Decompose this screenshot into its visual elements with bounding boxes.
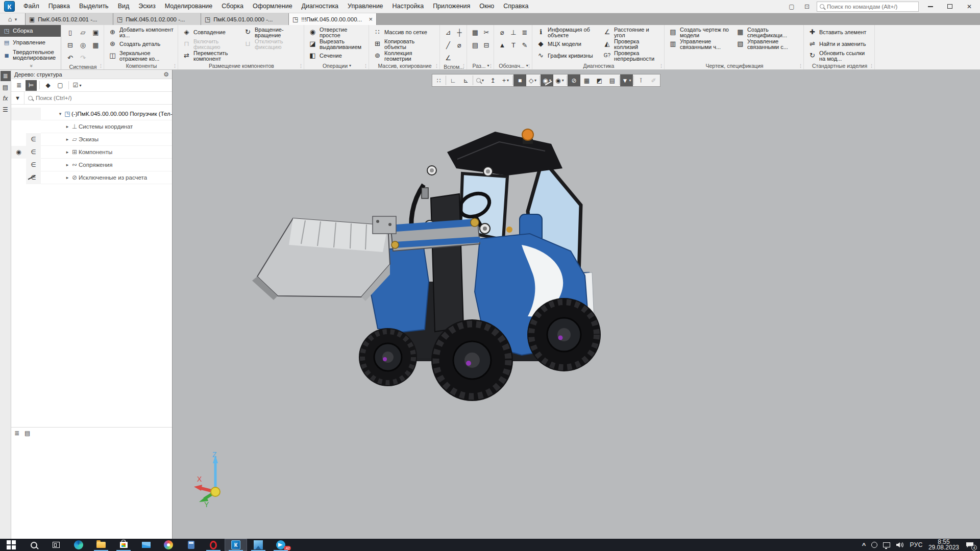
axes-display-button[interactable]: +▾ xyxy=(499,74,512,86)
tab-document-2[interactable]: ◳ ПмК.045.01.02.000 -... xyxy=(113,13,201,25)
tree-row-sketches[interactable]: ∈ ▸ ▱ Эскизы xyxy=(11,133,172,146)
create-drawing-button[interactable]: ▤ Создать чертеж по модели xyxy=(668,27,734,38)
redo-icon[interactable]: ↷ xyxy=(77,52,89,64)
variables-panel-toggle[interactable]: fx xyxy=(1,93,11,104)
aux-axis-icon[interactable]: ┼ xyxy=(454,27,464,38)
network-icon[interactable] xyxy=(883,542,890,547)
home-tab-button[interactable]: ⌂ ▾ xyxy=(0,13,26,25)
measure-button[interactable]: ⊺ xyxy=(634,74,647,86)
sketch-plane-icon[interactable]: ∟ xyxy=(447,74,459,86)
save-as-icon[interactable]: ▦ xyxy=(90,39,102,51)
telegram-icon[interactable]: .42 xyxy=(270,539,292,551)
tab-close-icon[interactable]: × xyxy=(369,15,373,23)
group-handle[interactable]: ⋮ xyxy=(798,63,803,68)
aux-plane2-icon[interactable]: ╱ xyxy=(443,39,453,51)
open-icon[interactable]: ▱ xyxy=(77,27,89,38)
menu-edit[interactable]: Правка xyxy=(44,0,75,13)
group-handle[interactable]: ⋮ xyxy=(869,63,874,68)
show-objects-button[interactable]: ◉▾ xyxy=(553,74,566,86)
menu-window[interactable]: Окно xyxy=(475,0,499,13)
file-explorer-icon[interactable] xyxy=(90,539,112,551)
group-handle[interactable]: ⋮ xyxy=(488,63,493,68)
manage-linked-specs-button[interactable]: ▧ Управление связанными с... xyxy=(735,38,801,50)
distance-angle-button[interactable]: ∠ Расстояние и угол xyxy=(602,27,662,38)
group-handle[interactable]: ⋮ xyxy=(659,63,664,68)
in-set-icon[interactable]: ∈ xyxy=(26,133,41,146)
toolbar-grip[interactable]: ∷ xyxy=(432,74,445,86)
expand-arrow-icon[interactable]: ▸ xyxy=(64,175,70,180)
rotation-rotation-button[interactable]: ↻ Вращение-вращение xyxy=(242,27,302,38)
tree-row-components[interactable]: ◉ ∈ ▸ ⊞ Компоненты xyxy=(11,146,172,159)
clip-planes-button[interactable]: ⊘ xyxy=(568,74,580,86)
volume-icon[interactable] xyxy=(896,542,904,548)
sync-icon[interactable] xyxy=(871,542,877,548)
create-specification-button[interactable]: ▦ Создать спецификаци... xyxy=(735,27,801,38)
restore-button[interactable] xyxy=(942,1,958,12)
tree-row-root-assembly[interactable]: ▾ ◳ (-)ПмК.045.00.00.000 Погрузчик (Тел-… xyxy=(11,108,172,120)
section-button[interactable]: ◧ Сечение xyxy=(307,50,366,62)
add-component-button[interactable]: ⊕ Добавить компонент из... xyxy=(107,27,176,38)
mail-icon[interactable] xyxy=(135,539,157,551)
copy-objects-button[interactable]: ⊞ Копировать объекты xyxy=(372,38,437,50)
preview-icon[interactable]: ◎ xyxy=(77,39,89,51)
filter-funnel-icon[interactable]: ▼ xyxy=(11,92,24,104)
eye-icon[interactable]: ◉ xyxy=(11,146,26,159)
raz-sheet-icon[interactable]: ▤ xyxy=(470,39,480,51)
tree-structure-view-button[interactable]: ⊨ xyxy=(26,80,37,91)
designation-mark-icon[interactable]: ▲ xyxy=(497,39,507,51)
menu-assembly[interactable]: Сборка xyxy=(217,0,248,13)
mirror-component-button[interactable]: ◫ Зеркальное отражение ко... xyxy=(107,50,176,62)
notification-center-button[interactable]: 4 xyxy=(965,540,975,549)
aux-plane-icon[interactable]: ⊿ xyxy=(443,27,453,38)
tab-document-1[interactable]: ▣ ПмК.045.01.02.001 -... xyxy=(26,13,113,25)
collision-check-button[interactable]: ◭ Проверка коллизий xyxy=(602,38,662,50)
in-set-icon[interactable]: ∈ xyxy=(26,159,41,171)
expand-arrow-icon[interactable]: ▸ xyxy=(64,137,70,142)
designation-text-icon[interactable]: T xyxy=(508,39,519,51)
group-handle[interactable]: ⋮ xyxy=(363,63,368,68)
kompas-taskbar-icon[interactable]: К xyxy=(225,539,247,551)
mass-properties-button[interactable]: ◆ МЦХ модели xyxy=(535,38,601,50)
taskbar-search-button[interactable] xyxy=(22,539,45,551)
clock[interactable]: 8:55 29.08.2023 xyxy=(928,539,959,551)
layout-toggle-icon[interactable]: ▢ xyxy=(786,2,797,11)
task-view-button[interactable] xyxy=(45,539,67,551)
raz-plane-icon[interactable]: ⊟ xyxy=(481,39,492,51)
cut-extrude-button[interactable]: ◪ Вырезать выдавливанием xyxy=(307,38,366,50)
geometry-collection-button[interactable]: ⊚ Коллекция геометрии xyxy=(372,50,437,62)
tree-mode-icon[interactable]: ≣ xyxy=(14,430,19,437)
gear-icon[interactable]: ⚙ xyxy=(163,71,169,78)
close-button[interactable]: ✕ xyxy=(962,1,977,12)
placement-plane-icon[interactable]: ⊾ xyxy=(459,74,472,86)
save-icon[interactable]: ▣ xyxy=(90,27,102,38)
panel-tab-assembly[interactable]: ◳ Сборка xyxy=(0,25,61,37)
coincide-button[interactable]: ◈ Совпадение xyxy=(181,27,241,38)
menu-applications[interactable]: Приложения xyxy=(428,0,475,13)
group-handle[interactable]: ⋮ xyxy=(99,63,103,68)
group-caret-icon[interactable]: ▾ xyxy=(349,63,351,68)
print-icon[interactable]: ⊟ xyxy=(64,39,76,51)
tree-composition-button[interactable]: ◆ xyxy=(42,80,54,91)
picker-button[interactable]: ✐ xyxy=(647,74,660,86)
scene-settings-button[interactable]: ▤ xyxy=(606,74,619,86)
microsoft-store-icon[interactable] xyxy=(112,539,135,551)
tree-search-input[interactable] xyxy=(36,95,168,101)
aux-spiral-icon[interactable]: ∠ xyxy=(443,52,453,64)
photos-icon[interactable] xyxy=(247,539,270,551)
tree-row-coordinate-systems[interactable]: ▸ ⊥ Системы координат xyxy=(11,120,172,133)
menu-styling[interactable]: Оформление xyxy=(248,0,297,13)
designation-lines-icon[interactable]: ≣ xyxy=(520,27,530,38)
edge-icon[interactable] xyxy=(67,539,90,551)
tree-display-options-button[interactable]: ☑ ▾ xyxy=(71,80,83,91)
expand-arrow-icon[interactable]: ▸ xyxy=(64,149,70,155)
continuity-check-button[interactable]: G? Проверка непрерывности xyxy=(602,50,662,62)
minimize-button[interactable] xyxy=(923,1,938,12)
object-info-button[interactable]: ℹ Информация об объекте xyxy=(535,27,601,38)
tree-row-excluded[interactable]: ∈ ▸ ⊘ Исключенные из расчета xyxy=(11,171,172,184)
create-part-button[interactable]: ⊛ Создать деталь xyxy=(107,38,176,50)
paint3d-icon[interactable] xyxy=(157,539,180,551)
enable-fixation-button[interactable]: ⊓ Включить фиксацию xyxy=(181,38,241,50)
panel-tab-solid-modeling[interactable]: ◼ Твердотельное моделирование xyxy=(0,48,61,62)
tab-document-3[interactable]: ◳ ПмК.045.01.00.000 -... xyxy=(201,13,289,25)
menu-diagnostics[interactable]: Диагностика xyxy=(297,0,343,13)
